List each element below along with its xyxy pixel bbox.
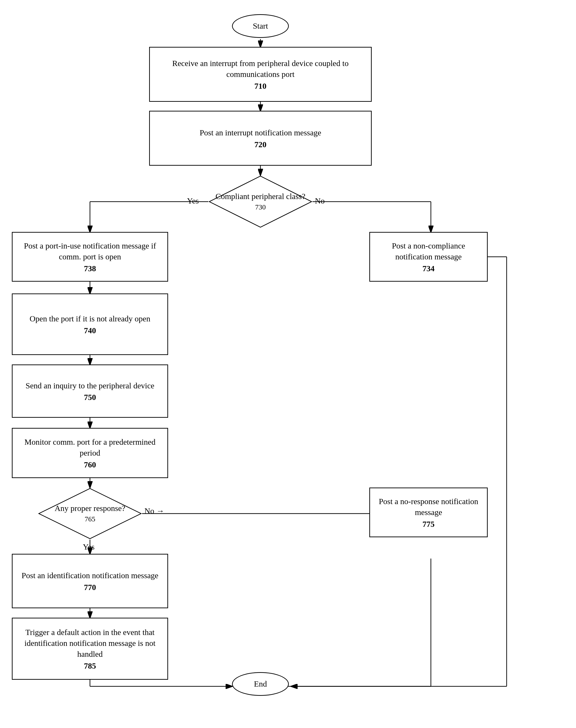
box-760: Monitor comm. port for a predetermined p… — [12, 428, 168, 478]
svg-marker-23 — [39, 488, 141, 539]
flowchart: Start Receive an interrupt from peripher… — [0, 0, 576, 728]
box-750: Send an inquiry to the peripheral device… — [12, 364, 168, 418]
no-label-730: No — [315, 196, 325, 206]
box-720: Post an interrupt notification message 7… — [149, 111, 372, 166]
diamond-765: Any proper response? 765 — [38, 488, 142, 540]
end-oval: End — [232, 672, 289, 696]
box-710: Receive an interrupt from peripheral dev… — [149, 47, 372, 102]
box-785: Trigger a default action in the event th… — [12, 618, 168, 680]
no-label-765: No → — [144, 507, 164, 515]
yes-label-765: Yes — [83, 542, 94, 551]
box-740: Open the port if it is not already open … — [12, 294, 168, 355]
svg-marker-22 — [209, 176, 312, 227]
box-738: Post a port-in-use notification message … — [12, 232, 168, 282]
box-770: Post an identification notification mess… — [12, 554, 168, 608]
diamond-730: Compliant peripheral class? 730 — [208, 175, 313, 228]
yes-label-730: Yes — [187, 196, 199, 206]
box-775: Post a no-response notification message … — [369, 488, 488, 537]
start-oval: Start — [232, 14, 289, 38]
box-734: Post a non-compliance notification messa… — [369, 232, 488, 282]
